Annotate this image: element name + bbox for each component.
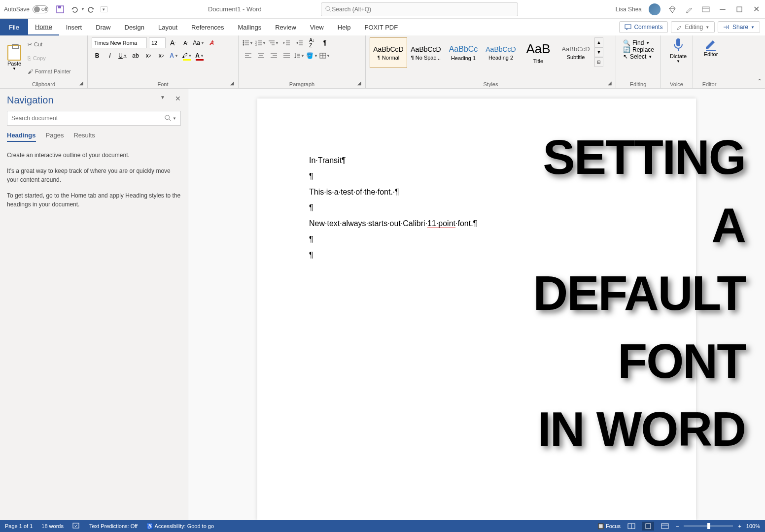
clipboard-launcher[interactable]: ◢ — [79, 80, 85, 86]
superscript-button[interactable]: x2 — [156, 50, 167, 61]
nav-tab-pages[interactable]: Pages — [46, 132, 64, 142]
zoom-slider[interactable] — [684, 525, 733, 527]
styles-expand[interactable]: ⊟ — [594, 57, 603, 67]
select-button[interactable]: ↖Select▼ — [623, 53, 653, 60]
nav-search-input[interactable] — [11, 115, 165, 122]
underline-button[interactable]: U▼ — [117, 50, 128, 61]
tab-file[interactable]: File — [0, 19, 28, 35]
page[interactable]: In·Transit¶ ¶ This·is·a·test·of·the·font… — [257, 99, 696, 520]
comments-button[interactable]: Comments — [619, 21, 668, 33]
align-left-button[interactable] — [243, 50, 253, 61]
bullets-button[interactable]: ▼ — [243, 37, 253, 48]
styles-launcher[interactable]: ◢ — [608, 80, 614, 86]
editor-button[interactable]: Editor — [697, 37, 725, 57]
tab-view[interactable]: View — [303, 19, 331, 35]
share-button[interactable]: Share ▼ — [718, 21, 760, 33]
nav-close-icon[interactable]: ✕ — [175, 95, 181, 102]
zoom-level[interactable]: 100% — [746, 523, 760, 529]
font-name-select[interactable] — [92, 37, 147, 48]
italic-button[interactable]: I — [104, 50, 115, 61]
status-page[interactable]: Page 1 of 1 — [5, 523, 33, 529]
tab-foxit[interactable]: FOXIT PDF — [358, 19, 405, 35]
avatar[interactable] — [649, 3, 661, 15]
status-spellcheck-icon[interactable] — [72, 523, 80, 530]
line-spacing-button[interactable]: ▼ — [294, 50, 305, 61]
pen-icon[interactable] — [684, 4, 694, 14]
styles-scroll-down[interactable]: ▼ — [594, 47, 603, 57]
zoom-in-button[interactable]: + — [738, 523, 741, 529]
web-layout-icon[interactable] — [659, 522, 671, 531]
highlight-button[interactable]: 🖍▼ — [181, 50, 192, 61]
borders-button[interactable]: ▼ — [319, 50, 330, 61]
shading-button[interactable]: 🪣▼ — [307, 50, 317, 61]
minimize-icon[interactable]: ─ — [718, 4, 728, 14]
clear-format-icon[interactable]: A̷ — [206, 37, 217, 48]
find-button[interactable]: 🔍Find▼ — [623, 39, 653, 46]
show-marks-button[interactable]: ¶ — [319, 37, 330, 48]
align-right-button[interactable] — [268, 50, 279, 61]
styles-scroll-up[interactable]: ▲ — [594, 37, 603, 47]
nav-tab-results[interactable]: Results — [73, 132, 95, 142]
tab-insert[interactable]: Insert — [59, 19, 89, 35]
paragraph-launcher[interactable]: ◢ — [357, 80, 363, 86]
ribbon-display-icon[interactable] — [701, 4, 711, 14]
zoom-out-button[interactable]: − — [676, 523, 679, 529]
tab-mailings[interactable]: Mailings — [231, 19, 269, 35]
strike-button[interactable]: ab — [130, 50, 141, 61]
tab-help[interactable]: Help — [331, 19, 358, 35]
decrease-indent-button[interactable] — [281, 37, 292, 48]
nav-menu-icon[interactable]: ▼ — [160, 95, 165, 100]
replace-button[interactable]: 🔄Replace — [623, 46, 653, 53]
font-size-select[interactable] — [149, 37, 166, 48]
search-input[interactable] — [332, 6, 514, 13]
style-heading2[interactable]: AaBbCcDHeading 2 — [482, 37, 520, 68]
document-area[interactable]: In·Transit¶ ¶ This·is·a·test·of·the·font… — [188, 89, 765, 520]
grow-font-icon[interactable]: Aˆ — [168, 37, 178, 48]
print-layout-icon[interactable] — [642, 522, 654, 531]
tab-review[interactable]: Review — [268, 19, 303, 35]
read-mode-icon[interactable] — [626, 522, 637, 531]
redo-icon[interactable] — [87, 4, 97, 14]
format-painter-button[interactable]: 🖌Format Painter — [28, 68, 71, 74]
undo-dropdown-icon[interactable]: ▼ — [81, 7, 85, 11]
sort-button[interactable]: A↓Z — [307, 37, 317, 48]
tab-layout[interactable]: Layout — [151, 19, 184, 35]
style-subtitle[interactable]: AaBbCcDSubtitle — [557, 37, 594, 68]
style-normal[interactable]: AaBbCcD¶ Normal — [370, 37, 407, 68]
save-icon[interactable] — [55, 4, 65, 14]
style-title[interactable]: AaBTitle — [520, 37, 557, 68]
style-no-spacing[interactable]: AaBbCcD¶ No Spac... — [407, 37, 445, 68]
qat-customize-icon[interactable]: ▾ — [101, 6, 107, 12]
close-icon[interactable]: ✕ — [751, 4, 761, 14]
status-predictions[interactable]: Text Predictions: Off — [89, 523, 138, 529]
multilevel-button[interactable]: ▼ — [268, 37, 279, 48]
nav-tab-headings[interactable]: Headings — [7, 132, 36, 142]
undo-icon[interactable] — [69, 4, 79, 14]
maximize-icon[interactable] — [734, 4, 744, 14]
collapse-ribbon-icon[interactable]: ⌃ — [757, 78, 762, 85]
change-case-button[interactable]: Aa▼ — [193, 37, 204, 48]
search-box[interactable] — [321, 2, 518, 16]
subscript-button[interactable]: x2 — [143, 50, 154, 61]
status-words[interactable]: 18 words — [41, 523, 64, 529]
justify-button[interactable] — [281, 50, 292, 61]
align-center-button[interactable] — [255, 50, 266, 61]
tab-design[interactable]: Design — [118, 19, 151, 35]
shrink-font-icon[interactable]: Aˇ — [180, 37, 191, 48]
autosave-toggle[interactable]: Off — [33, 5, 48, 13]
tab-draw[interactable]: Draw — [89, 19, 117, 35]
tab-references[interactable]: References — [184, 19, 231, 35]
paste-button[interactable]: Paste ▼ — [4, 37, 25, 78]
style-heading1[interactable]: AaBbCcHeading 1 — [445, 37, 482, 68]
tab-home[interactable]: Home — [28, 19, 59, 35]
text-effects-button[interactable]: A▼ — [169, 50, 179, 61]
bold-button[interactable]: B — [92, 50, 103, 61]
cut-button[interactable]: ✂Cut — [28, 41, 71, 48]
status-accessibility[interactable]: ♿ Accessibility: Good to go — [146, 523, 214, 530]
copy-button[interactable]: ⎘Copy — [28, 55, 71, 61]
increase-indent-button[interactable] — [294, 37, 305, 48]
dictate-button[interactable]: Dictate▼ — [664, 37, 692, 64]
font-color-button[interactable]: A▼ — [194, 50, 205, 61]
diamond-icon[interactable] — [667, 4, 677, 14]
numbering-button[interactable]: 123▼ — [255, 37, 266, 48]
